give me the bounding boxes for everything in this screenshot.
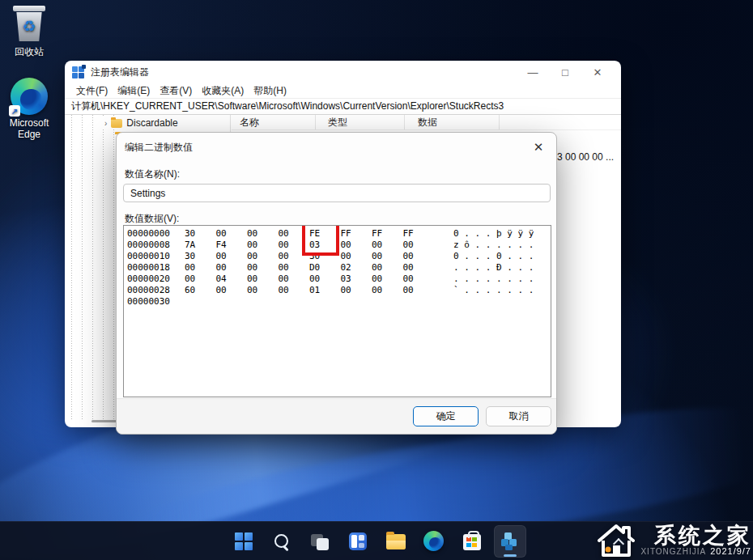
chevron-right-icon[interactable]: › bbox=[104, 119, 107, 128]
ok-button[interactable]: 确定 bbox=[413, 406, 479, 426]
hex-row: 000000200004000000030000. . . . . . . . bbox=[127, 274, 551, 285]
hex-byte: 00 bbox=[279, 285, 310, 296]
hex-row: 0000001800000000D0020000. . . . Ð . . . bbox=[127, 262, 551, 274]
recycle-bin-icon: ♻ bbox=[13, 6, 45, 43]
menu-view[interactable]: 查看(V) bbox=[160, 84, 192, 98]
taskbar-widgets-button[interactable] bbox=[342, 525, 374, 558]
hex-byte: 00 bbox=[279, 262, 310, 274]
hex-byte: 00 bbox=[216, 228, 248, 240]
value-data-label: 数值数据(V): bbox=[125, 212, 179, 226]
hex-offset: 00000008 bbox=[127, 240, 185, 251]
value-name-text: Settings bbox=[130, 188, 165, 199]
value-data-cell-partial: 3 00 00 00 ... bbox=[557, 151, 614, 163]
hex-ascii: 0 . . . þ ÿ ÿ ÿ bbox=[453, 228, 534, 240]
taskbar-registry-editor-button[interactable] bbox=[494, 525, 526, 558]
taskbar-store-button[interactable] bbox=[456, 525, 488, 558]
hex-ascii: z ô . . . . . . bbox=[453, 240, 534, 251]
dialog-footer: 确定 取消 bbox=[117, 398, 556, 434]
edge-icon: ↗ bbox=[11, 78, 48, 115]
menu-file[interactable]: 文件(F) bbox=[76, 84, 108, 98]
hex-offset: 00000030 bbox=[127, 296, 185, 308]
hex-ascii: . . . . Ð . . . bbox=[453, 262, 534, 274]
menu-favorites[interactable]: 收藏夹(A) bbox=[202, 84, 244, 98]
menu-help[interactable]: 帮助(H) bbox=[253, 84, 287, 98]
start-icon bbox=[235, 532, 253, 550]
taskbar-edge-button[interactable] bbox=[418, 525, 450, 558]
hex-offset: 00000018 bbox=[127, 262, 185, 274]
hex-offset: 00000020 bbox=[127, 274, 185, 285]
hex-row: 000000286000000001000000` . . . . . . . bbox=[127, 285, 551, 296]
desktop-icon-recycle-bin[interactable]: ♻ 回收站 bbox=[0, 6, 58, 59]
xitongzhijia-logo-icon bbox=[596, 523, 636, 558]
highlight-red-box bbox=[302, 225, 339, 256]
hex-byte: 00 bbox=[309, 274, 341, 285]
minimize-button[interactable]: — bbox=[517, 62, 549, 83]
list-headers: 名称 类型 数据 bbox=[232, 115, 621, 130]
hex-byte: F4 bbox=[216, 240, 248, 251]
menu-edit[interactable]: 编辑(E) bbox=[117, 84, 150, 98]
hex-byte: 00 bbox=[341, 251, 372, 262]
titlebar[interactable]: 注册表编辑器 — □ ✕ bbox=[65, 61, 621, 83]
desktop: ♻ 回收站 ↗ Microsoft Edge 注册表编辑器 — □ ✕ 文件(F… bbox=[0, 0, 753, 560]
value-name-label: 数值名称(N): bbox=[125, 168, 180, 181]
recycle-bin-label: 回收站 bbox=[15, 45, 44, 59]
hex-byte: 00 bbox=[403, 274, 435, 285]
hex-byte: 00 bbox=[216, 251, 248, 262]
window-title: 注册表编辑器 bbox=[91, 66, 149, 79]
registry-editor-icon bbox=[72, 66, 84, 78]
hex-byte: 00 bbox=[372, 274, 403, 285]
desktop-icon-edge[interactable]: ↗ Microsoft Edge bbox=[0, 78, 58, 140]
active-app-indicator bbox=[504, 554, 517, 557]
hex-byte: 00 bbox=[279, 274, 310, 285]
column-header-name[interactable]: 名称 bbox=[232, 115, 316, 129]
hex-byte: FF bbox=[341, 228, 372, 240]
hex-row: 00000030 bbox=[127, 296, 551, 308]
tree-item-discardable[interactable]: › Discardable bbox=[102, 117, 181, 129]
watermark-site: XITONGZHIJIA bbox=[640, 547, 706, 556]
hex-byte: 30 bbox=[185, 251, 216, 262]
edge-icon bbox=[423, 531, 444, 551]
search-icon bbox=[274, 533, 290, 549]
hex-offset: 00000028 bbox=[127, 285, 185, 296]
hex-byte: 00 bbox=[247, 285, 279, 296]
hex-byte: D0 bbox=[309, 262, 341, 274]
address-bar[interactable]: 计算机\HKEY_CURRENT_USER\Software\Microsoft… bbox=[65, 98, 621, 115]
hex-byte: 00 bbox=[403, 251, 435, 262]
watermark-brand: 系统之家 bbox=[654, 523, 751, 549]
hex-byte: 00 bbox=[372, 251, 403, 262]
hex-byte: 00 bbox=[372, 262, 403, 274]
hex-byte: 00 bbox=[341, 240, 372, 251]
dialog-title: 编辑二进制数值 bbox=[125, 141, 193, 155]
hex-byte: 00 bbox=[247, 274, 279, 285]
value-name-field[interactable]: Settings bbox=[123, 184, 551, 202]
hex-byte: FF bbox=[403, 228, 435, 240]
hex-data-editor[interactable]: 0000000030000000FEFFFFFF0 . . . þ ÿ ÿ ÿ … bbox=[123, 225, 551, 397]
hex-byte: 00 bbox=[185, 274, 216, 285]
hex-byte: 01 bbox=[309, 285, 341, 296]
dialog-close-button[interactable]: ✕ bbox=[528, 138, 549, 156]
task-view-icon bbox=[311, 532, 329, 550]
column-header-type[interactable]: 类型 bbox=[316, 115, 405, 129]
hex-byte: 30 bbox=[185, 228, 216, 240]
taskbar-file-explorer-button[interactable] bbox=[380, 525, 412, 558]
taskbar-task-view-button[interactable] bbox=[304, 525, 336, 558]
column-header-data[interactable]: 数据 bbox=[405, 115, 500, 129]
hex-byte: 00 bbox=[185, 262, 216, 274]
address-path: 计算机\HKEY_CURRENT_USER\Software\Microsoft… bbox=[71, 100, 504, 113]
cancel-button[interactable]: 取消 bbox=[486, 406, 551, 426]
hex-byte: 04 bbox=[216, 274, 248, 285]
hex-byte: 00 bbox=[372, 240, 403, 251]
close-button[interactable]: ✕ bbox=[581, 62, 614, 83]
hex-byte: 00 bbox=[247, 262, 279, 274]
hex-byte: 00 bbox=[372, 285, 403, 296]
taskbar-start-button[interactable] bbox=[228, 525, 260, 558]
taskbar-search-button[interactable] bbox=[266, 525, 298, 558]
hex-byte: 00 bbox=[341, 285, 372, 296]
hex-byte: 00 bbox=[247, 240, 279, 251]
edge-label: Microsoft Edge bbox=[0, 117, 58, 140]
watermark: 系统之家 XITONGZHIJIA 2021/9/7 bbox=[596, 523, 751, 558]
microsoft-store-icon bbox=[463, 534, 481, 550]
hex-byte: 00 bbox=[216, 285, 248, 296]
maximize-button[interactable]: □ bbox=[549, 62, 581, 83]
registry-editor-icon bbox=[501, 532, 519, 550]
